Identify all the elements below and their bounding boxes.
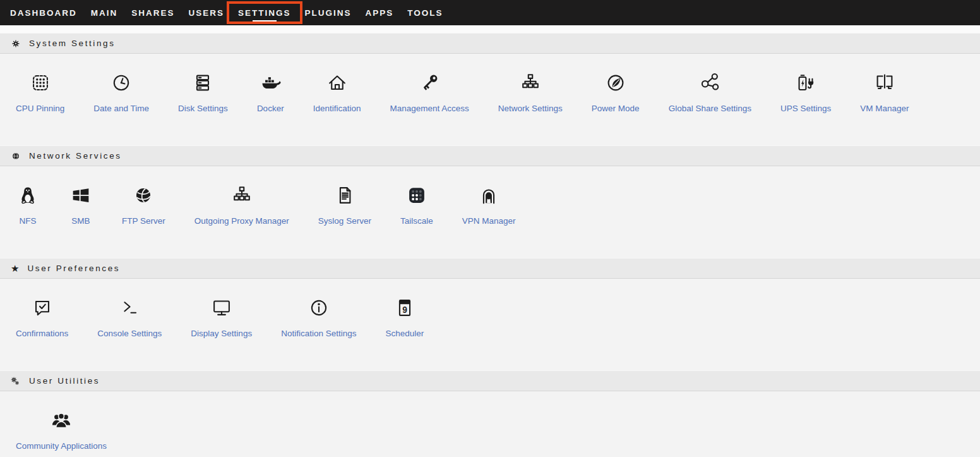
network-services-row: NFS SMB FTP Server Outgoing Proxy Manage…	[0, 166, 980, 258]
document-lines-icon	[333, 183, 357, 208]
section-title: User Utilities	[29, 376, 100, 386]
settings-item-label: Identification	[313, 103, 361, 114]
settings-item-ups-settings[interactable]: UPS Settings	[766, 70, 846, 114]
settings-item-label: Syslog Server	[318, 216, 371, 226]
globe-sphere-icon	[131, 183, 155, 208]
server-stack-icon	[191, 70, 215, 95]
system-settings-row: CPU Pinning Date and Time Disk Settings …	[0, 54, 980, 145]
settings-item-label: FTP Server	[122, 216, 165, 226]
settings-item-label: VM Manager	[860, 103, 909, 114]
nav-tab-users[interactable]: USERS	[182, 0, 232, 25]
settings-item-scheduler[interactable]: Scheduler	[371, 295, 438, 339]
settings-item-date-and-time[interactable]: Date and Time	[79, 70, 164, 114]
section-title: Network Services	[29, 151, 122, 161]
settings-item-vm-manager[interactable]: VM Manager	[846, 70, 923, 114]
settings-item-vpn-manager[interactable]: VPN Manager	[448, 183, 530, 226]
settings-item-display-settings[interactable]: Display Settings	[176, 295, 266, 339]
microchip-icon	[28, 70, 52, 95]
settings-item-label: UPS Settings	[780, 103, 831, 114]
settings-item-label: Display Settings	[191, 328, 252, 339]
settings-item-label: Power Mode	[592, 103, 640, 114]
battery-plug-icon	[794, 70, 818, 95]
settings-item-label: Community Applications	[16, 441, 107, 451]
settings-item-tailscale[interactable]: Tailscale	[386, 183, 448, 226]
active-tab-underline	[253, 20, 277, 22]
section-title: System Settings	[29, 39, 116, 48]
settings-item-confirmations[interactable]: Confirmations	[1, 295, 83, 339]
settings-item-label: NFS	[20, 216, 37, 226]
settings-item-label: Scheduler	[385, 328, 424, 339]
settings-item-label: Console Settings	[97, 328, 162, 339]
settings-item-label: Confirmations	[16, 328, 68, 339]
nav-tab-plugins[interactable]: PLUGINS	[298, 0, 359, 25]
leaf-circle-icon	[604, 70, 628, 95]
windows-logo-icon	[69, 183, 93, 208]
speech-check-icon	[30, 295, 54, 320]
sitemap-icon	[518, 70, 542, 95]
user-utilities-row: Community Applications	[0, 391, 980, 457]
share-nodes-icon	[698, 70, 722, 95]
tailscale-grid-icon	[405, 183, 429, 208]
settings-item-label: Docker	[257, 103, 284, 114]
nav-tab-settings[interactable]: SETTINGS	[231, 0, 298, 25]
settings-item-disk-settings[interactable]: Disk Settings	[164, 70, 242, 114]
settings-item-ftp-server[interactable]: FTP Server	[107, 183, 180, 226]
settings-item-label: CPU Pinning	[16, 103, 64, 114]
settings-item-label: Management Access	[390, 103, 469, 114]
settings-item-cpu-pinning[interactable]: CPU Pinning	[1, 70, 79, 114]
users-group-icon	[49, 408, 73, 433]
nav-spacer-strip	[0, 25, 980, 33]
section-header-user-utilities: User Utilities	[0, 370, 980, 391]
gears-icon	[11, 376, 21, 386]
section-title: User Preferences	[27, 264, 120, 273]
section-header-network-services: Network Services	[0, 145, 980, 166]
nav-tab-main[interactable]: MAIN	[84, 0, 125, 25]
section-header-user-preferences: ★ User Preferences	[0, 258, 980, 279]
nav-tab-shares[interactable]: SHARES	[124, 0, 181, 25]
settings-item-docker[interactable]: Docker	[242, 70, 299, 114]
terminal-prompt-icon	[117, 295, 141, 320]
user-preferences-row: Confirmations Console Settings Display S…	[0, 279, 980, 370]
sitemap-icon	[230, 183, 254, 208]
docker-whale-icon	[258, 70, 282, 95]
house-icon	[325, 70, 349, 95]
key-icon	[417, 70, 441, 95]
settings-item-label: SMB	[71, 216, 90, 226]
settings-item-community-applications[interactable]: Community Applications	[1, 408, 121, 451]
nav-tab-dashboard[interactable]: DASHBOARD	[3, 0, 84, 25]
settings-item-management-access[interactable]: Management Access	[375, 70, 483, 114]
settings-item-global-share-settings[interactable]: Global Share Settings	[654, 70, 766, 114]
monitor-icon	[210, 295, 234, 320]
settings-item-label: Date and Time	[93, 103, 149, 114]
top-nav-bar: DASHBOARD MAIN SHARES USERS SETTINGS PLU…	[0, 0, 980, 25]
settings-item-label: Outgoing Proxy Manager	[194, 216, 289, 226]
info-circle-icon	[307, 295, 331, 320]
tux-penguin-icon	[16, 183, 40, 208]
settings-item-label: Network Settings	[498, 103, 563, 114]
settings-item-syslog-server[interactable]: Syslog Server	[304, 183, 386, 226]
settings-item-notification-settings[interactable]: Notification Settings	[266, 295, 371, 339]
vm-columns-icon	[873, 70, 897, 95]
star-icon: ★	[11, 264, 19, 274]
settings-item-outgoing-proxy-manager[interactable]: Outgoing Proxy Manager	[180, 183, 304, 226]
calendar-9-icon	[393, 295, 417, 320]
settings-item-network-settings[interactable]: Network Settings	[484, 70, 577, 114]
settings-item-power-mode[interactable]: Power Mode	[577, 70, 654, 114]
vpn-hood-icon	[477, 183, 501, 208]
settings-item-smb[interactable]: SMB	[54, 183, 107, 226]
settings-item-nfs[interactable]: NFS	[1, 183, 54, 226]
settings-item-label: VPN Manager	[462, 216, 516, 226]
settings-item-identification[interactable]: Identification	[299, 70, 376, 114]
globe-icon	[11, 151, 21, 161]
nav-tab-tools[interactable]: TOOLS	[400, 0, 450, 25]
nav-tab-apps[interactable]: APPS	[359, 0, 401, 25]
nav-tab-settings-label: SETTINGS	[238, 8, 291, 18]
gear-icon	[11, 39, 21, 49]
settings-item-console-settings[interactable]: Console Settings	[83, 295, 176, 339]
settings-item-label: Tailscale	[400, 216, 433, 226]
section-header-system-settings: System Settings	[0, 33, 980, 54]
settings-item-label: Disk Settings	[178, 103, 228, 114]
clock-icon	[109, 70, 133, 95]
settings-item-label: Global Share Settings	[669, 103, 751, 114]
settings-item-label: Notification Settings	[281, 328, 356, 339]
